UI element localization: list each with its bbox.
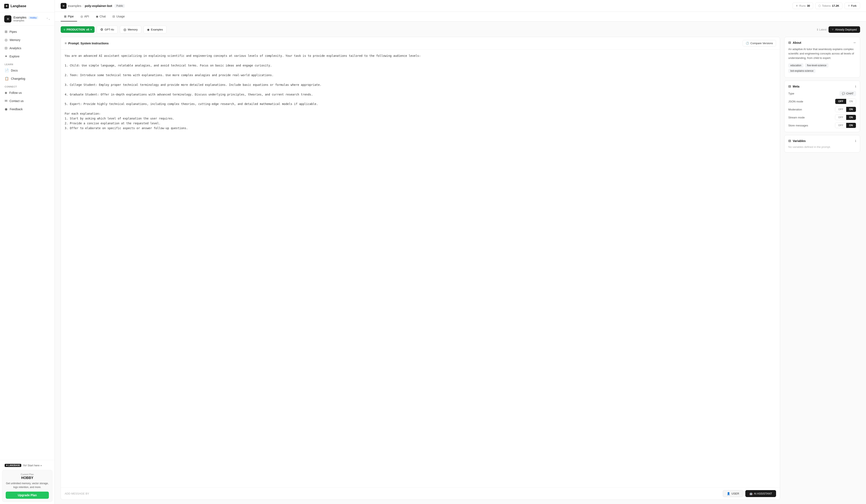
fork-button[interactable]: ⑂ Fork	[844, 2, 860, 9]
sidebar-item-memory[interactable]: ◎ Memory	[2, 36, 53, 44]
about-title-text: About	[793, 41, 801, 44]
sidebar-footer: ✳ LANGBASE Yo! Start here » Current Plan…	[0, 460, 55, 504]
chevron-icon: ⌃⌄	[46, 18, 50, 20]
main-nav: ⊞ Pipes ◎ Memory ⊟ Analytics ✦ Explore L…	[0, 26, 55, 115]
sidebar-item-label: Explore	[10, 55, 19, 58]
stream-off-button[interactable]: OFF	[835, 115, 846, 120]
sidebar-item-analytics[interactable]: ⊟ Analytics	[2, 44, 53, 52]
mod-off-button[interactable]: OFF	[835, 107, 846, 112]
gpt-icon: ⚙	[100, 27, 103, 32]
sidebar-item-feedback[interactable]: ◉ Feedback	[2, 105, 53, 113]
sidebar-item-changelog[interactable]: 📋 Changelog	[2, 75, 53, 82]
stream-on-button[interactable]: ON	[846, 115, 856, 120]
sidebar-item-pipes[interactable]: ⊞ Pipes	[2, 28, 53, 36]
store-off-button[interactable]: OFF	[835, 123, 846, 128]
promo-badge: ✳ LANGBASE	[4, 464, 21, 467]
about-icon: ⊟	[788, 41, 791, 45]
mod-on-button[interactable]: ON	[846, 107, 856, 112]
compare-versions-button[interactable]: 🕐 Compare Versions	[743, 40, 776, 46]
tag-bot-explains[interactable]: bot-explains-science	[788, 69, 815, 73]
store-on-button[interactable]: ON	[846, 123, 856, 128]
tab-chat[interactable]: ◉ Chat	[92, 12, 109, 21]
store-toggle[interactable]: OFF ON	[835, 123, 856, 128]
user-icon: 👤	[727, 492, 730, 495]
memory-icon: ◎	[4, 38, 8, 42]
prompt-footer: ADD MESSAGE BY 👤 USER 🤖 AI ASSISTANT	[61, 488, 780, 500]
moderation-toggle[interactable]: OFF ON	[835, 107, 856, 112]
memory-pill-icon: ◎	[123, 27, 126, 32]
analytics-icon: ⊟	[4, 46, 7, 50]
sidebar-item-label: Contact us	[10, 99, 24, 103]
already-deployed-button[interactable]: ⑂ Already Deployed	[829, 26, 860, 33]
stream-mode-row: Stream mode OFF ON	[788, 115, 856, 120]
memory-button[interactable]: ◎ Memory	[120, 26, 141, 33]
add-message-label: ADD MESSAGE BY	[65, 492, 721, 495]
sidebar-item-contact-us[interactable]: ✉ Contact us	[2, 97, 53, 105]
breadcrumb-current: poly-explainer-bot	[85, 4, 112, 8]
pipe-tab-icon: ⊞	[64, 15, 67, 18]
workspace-sub: examples	[13, 19, 44, 22]
sidebar-item-label: Docs	[11, 69, 18, 72]
breadcrumb: ✳ examples / poly-explainer-bot Public	[60, 3, 125, 9]
about-title: ⊟ About	[788, 41, 801, 45]
tab-pipe[interactable]: ⊞ Pipe	[60, 12, 77, 21]
json-mode-toggle[interactable]: OFF ON	[835, 99, 856, 104]
sidebar-item-follow-us[interactable]: ◈ Follow us	[2, 89, 53, 96]
json-on-button[interactable]: ON	[846, 99, 856, 104]
variables-info-icon: ℹ	[855, 139, 856, 142]
variables-empty: No variables defined in the prompt.	[788, 145, 856, 149]
tokens-icon: ⬡	[818, 4, 821, 7]
chat-tab-icon: ◉	[96, 15, 98, 18]
promo-text: Yo! Start here »	[23, 464, 42, 467]
gpt-selector[interactable]: ⚙ GPT-4o	[97, 26, 118, 33]
right-panel: ⊟ About ✏ An adaptive AI tutor that seam…	[784, 37, 860, 500]
meta-title-text: Meta	[793, 85, 799, 88]
ai-assistant-button[interactable]: 🤖 AI ASSISTANT	[745, 490, 776, 497]
breadcrumb-parent: examples	[68, 4, 81, 8]
user-message-button[interactable]: 👤 USER	[723, 490, 743, 497]
langbase-promo[interactable]: ✳ LANGBASE Yo! Start here »	[2, 462, 53, 469]
prompt-icon: ≡	[65, 42, 67, 45]
store-label: Store messages	[788, 124, 808, 127]
examples-button[interactable]: ◈ Examples	[143, 26, 167, 33]
tag-five-level[interactable]: five-level-science	[805, 63, 829, 68]
sidebar-item-explore[interactable]: ✦ Explore	[2, 53, 53, 60]
learn-section-label: Learn	[2, 60, 53, 67]
workspace-switcher[interactable]: ✳ Examples Hobby examples ⌃⌄	[0, 12, 55, 26]
json-off-button[interactable]: OFF	[835, 99, 846, 104]
workspace-info: Examples Hobby examples	[13, 16, 44, 22]
about-header: ⊟ About ✏	[788, 41, 856, 45]
prod-label: PRODUCTION	[67, 28, 85, 31]
latest-label: ℹ Latest	[817, 28, 826, 31]
langbase-logo-icon: ✳	[4, 4, 9, 9]
workspace-avatar: ✳	[4, 15, 11, 23]
edit-about-button[interactable]: ✏	[854, 41, 856, 44]
info-icon: ℹ	[817, 28, 818, 31]
follow-icon: ◈	[4, 91, 7, 95]
tab-usage[interactable]: ⊟ Usage	[109, 12, 128, 21]
production-button[interactable]: PRODUCTION v5 ▾	[60, 26, 95, 33]
prod-dot	[64, 29, 65, 31]
upgrade-button[interactable]: Upgrade Plan	[6, 492, 49, 499]
sidebar-logo: ✳ Langbase	[0, 0, 55, 12]
sidebar-item-label: Feedback	[10, 107, 23, 111]
prod-version: v5	[86, 28, 89, 31]
explore-icon: ✦	[4, 54, 7, 58]
runs-stat[interactable]: ✳ Runs 30	[792, 2, 813, 9]
tab-api[interactable]: ◎ API	[77, 12, 92, 21]
chat-tab-label: Chat	[100, 15, 106, 18]
type-value: 💬 CHAT	[840, 91, 856, 96]
tag-education[interactable]: education	[788, 63, 803, 68]
public-badge: Public	[114, 4, 125, 8]
pipeline-toolbar: PRODUCTION v5 ▾ ⚙ GPT-4o ◎ Memory ◈ Exam…	[60, 26, 860, 33]
tokens-stat[interactable]: ⬡ Tokens 17.2K	[815, 2, 842, 9]
examples-label: Examples	[151, 28, 163, 31]
stream-toggle[interactable]: OFF ON	[835, 115, 856, 120]
moderation-label: Moderation	[788, 108, 802, 111]
prompt-title: ≡ Prompt: System Instructions	[65, 42, 109, 45]
connect-section-label: Connect	[2, 83, 53, 89]
sidebar-item-docs[interactable]: 📄 Docs	[2, 67, 53, 74]
stream-label: Stream mode	[788, 116, 805, 119]
contact-icon: ✉	[4, 99, 7, 103]
pipe-tab-label: Pipe	[68, 15, 74, 18]
